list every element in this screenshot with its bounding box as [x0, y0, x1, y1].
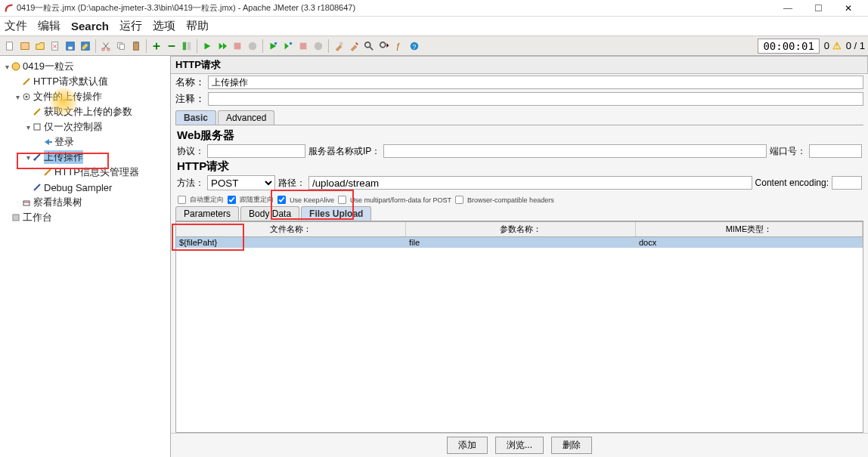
col-mime-type: MIME类型： [636, 222, 863, 236]
encoding-input[interactable] [832, 176, 862, 190]
svg-rect-12 [183, 42, 186, 50]
window-titlebar: 0419一粒云.jmx (D:\apache-jmeter-3.3\bin\04… [0, 0, 868, 17]
tab-advanced[interactable]: Advanced [218, 110, 274, 125]
name-label: 名称： [175, 76, 205, 89]
save-as-icon[interactable] [79, 39, 92, 53]
delete-button[interactable]: 删除 [551, 437, 592, 454]
tab-parameters[interactable]: Parameters [175, 206, 239, 221]
tree-get-params[interactable]: 获取文件上传的参数 [2, 104, 169, 119]
comment-input[interactable] [208, 92, 863, 106]
maximize-button[interactable]: ☐ [803, 1, 833, 16]
remote-start-all-icon[interactable] [281, 39, 295, 53]
clear-all-icon[interactable] [347, 39, 361, 53]
chk-follow-redirect[interactable] [228, 196, 236, 204]
collapse-icon[interactable] [165, 39, 178, 53]
thread-counter: 0 / 1 [846, 40, 865, 51]
chk-keepalive[interactable] [277, 196, 286, 204]
method-select[interactable]: POST [207, 175, 275, 190]
menu-edit[interactable]: 编辑 [38, 19, 60, 33]
remote-start-icon[interactable] [266, 39, 280, 53]
close-file-icon[interactable] [48, 39, 62, 53]
open-icon[interactable] [33, 39, 47, 53]
svg-point-19 [315, 42, 323, 50]
search-icon[interactable] [362, 39, 376, 53]
svg-point-15 [249, 42, 257, 50]
save-icon[interactable] [64, 39, 77, 53]
copy-icon[interactable] [114, 39, 128, 53]
svg-point-22 [380, 42, 386, 47]
cell-param[interactable]: file [406, 237, 636, 248]
http-request-heading: HTTP请求 [177, 159, 862, 174]
paste-icon[interactable] [129, 39, 143, 53]
tree-once-controller[interactable]: ▾仅一次控制器 [2, 119, 169, 134]
cut-icon[interactable] [99, 39, 113, 53]
menu-bar: 文件 编辑 Search 运行 选项 帮助 [0, 17, 868, 36]
svg-point-26 [12, 63, 20, 70]
menu-run[interactable]: 运行 [119, 19, 142, 33]
tree-login[interactable]: 登录 [2, 134, 169, 150]
svg-point-16 [274, 42, 277, 45]
elapsed-timer: 00:00:01 [758, 39, 819, 54]
tab-body-data[interactable]: Body Data [240, 206, 299, 221]
remote-stop-icon[interactable] [296, 39, 310, 53]
port-input[interactable] [809, 144, 862, 158]
minimize-button[interactable]: — [773, 1, 803, 16]
tree-debug-sampler[interactable]: Debug Sampler [2, 180, 169, 195]
tree-root[interactable]: ▾0419一粒云 [2, 59, 169, 74]
start-no-pause-icon[interactable] [215, 39, 229, 53]
method-label: 方法： [177, 177, 204, 190]
svg-point-28 [26, 96, 28, 98]
tree-upload-group[interactable]: ▾文件的上传操作 [2, 89, 169, 104]
browse-button[interactable]: 浏览... [495, 437, 544, 454]
toggle-icon[interactable] [180, 39, 194, 53]
protocol-input[interactable] [207, 144, 305, 158]
function-helper-icon[interactable]: ƒ [392, 39, 406, 53]
path-label: 路径： [278, 177, 305, 190]
tree-upload-op[interactable]: ▾上传操作 [2, 150, 169, 165]
chk-browser-compat[interactable] [455, 196, 463, 204]
menu-search[interactable]: Search [71, 20, 109, 32]
stop-icon[interactable] [231, 39, 244, 53]
app-icon [5, 4, 14, 13]
chk-multipart[interactable] [338, 196, 346, 204]
svg-rect-9 [119, 44, 124, 49]
tab-basic[interactable]: Basic [175, 110, 216, 125]
help-icon[interactable]: ? [408, 39, 421, 53]
tree-view-results[interactable]: 察看结果树 [2, 195, 169, 210]
col-param-name: 参数名称： [406, 222, 636, 236]
tree-http-defaults[interactable]: HTTP请求默认值 [2, 74, 169, 89]
clear-icon[interactable] [332, 39, 346, 53]
svg-rect-32 [13, 215, 19, 221]
tree-header-mgr[interactable]: HTTP信息头管理器 [2, 165, 169, 180]
add-button[interactable]: 添加 [447, 437, 488, 454]
panel-title: HTTP请求 [171, 56, 868, 74]
menu-options[interactable]: 选项 [153, 19, 175, 33]
chk-auto-redirect[interactable] [178, 196, 186, 204]
test-plan-tree[interactable]: ▾0419一粒云 HTTP请求默认值 ▾文件的上传操作 获取文件上传的参数 ▾仅… [0, 56, 171, 457]
server-input[interactable] [383, 144, 767, 158]
svg-point-17 [290, 42, 293, 45]
files-table[interactable]: 文件名称： 参数名称： MIME类型： ${filePaht} file doc… [175, 221, 863, 433]
shutdown-icon[interactable] [246, 39, 259, 53]
start-icon[interactable] [200, 39, 214, 53]
close-button[interactable]: ✕ [833, 1, 863, 16]
name-input[interactable] [208, 76, 863, 89]
menu-file[interactable]: 文件 [5, 19, 27, 33]
body-tabs: Parameters Body Data Files Upload [175, 206, 863, 221]
expand-icon[interactable] [150, 39, 163, 53]
tab-files-upload[interactable]: Files Upload [301, 206, 371, 221]
cell-mime[interactable]: docx [636, 237, 863, 248]
warning-indicator[interactable]: 0 ⚠ [824, 40, 842, 51]
svg-text:?: ? [412, 42, 416, 50]
tree-workbench[interactable]: 工作台 [2, 210, 169, 225]
protocol-label: 协议： [177, 145, 204, 158]
reset-search-icon[interactable] [377, 39, 391, 53]
table-row[interactable]: ${filePaht} file docx [176, 237, 863, 248]
menu-help[interactable]: 帮助 [186, 19, 209, 33]
remote-shutdown-icon[interactable] [312, 39, 325, 53]
table-header: 文件名称： 参数名称： MIME类型： [176, 222, 863, 237]
cell-filename[interactable]: ${filePaht} [176, 237, 406, 248]
path-input[interactable] [308, 176, 752, 190]
new-icon[interactable] [3, 39, 17, 53]
templates-icon[interactable] [18, 39, 32, 53]
